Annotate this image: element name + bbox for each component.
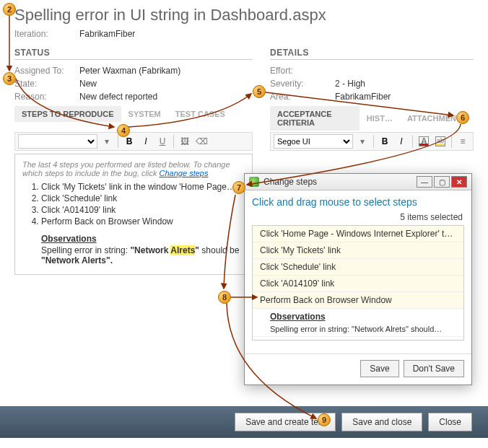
step-item: Click 'Schedule' link xyxy=(41,193,245,203)
reason-value: New defect reported xyxy=(79,92,157,102)
dont-save-button[interactable]: Don't Save xyxy=(404,360,464,377)
close-button[interactable]: Close xyxy=(428,413,472,431)
callout-9: 9 xyxy=(318,413,331,426)
details-heading: DETAILS xyxy=(267,40,488,59)
list-item[interactable]: Click 'Schedule' link xyxy=(253,259,463,276)
minimize-button[interactable]: — xyxy=(417,176,432,188)
observations-text: Spelling error in string: "Network Alret… xyxy=(41,245,245,265)
step-item: Click 'My Tickets' link in the window 'H… xyxy=(41,182,245,192)
steps-list: Click 'My Tickets' link in the window 'H… xyxy=(41,182,245,227)
severity-value: 2 - High xyxy=(335,79,365,89)
callout-2: 2 xyxy=(3,3,16,16)
underline-button[interactable]: U xyxy=(155,134,170,149)
save-and-close-button[interactable]: Save and close xyxy=(341,413,422,431)
dialog-message: Click and drag mouse to select steps xyxy=(252,196,464,208)
reason-label: Reason: xyxy=(14,92,79,102)
highlight-color-button[interactable]: ab xyxy=(433,134,448,149)
tab-acceptance[interactable]: ACCEPTANCE CRITERIA xyxy=(270,106,360,131)
change-steps-dialog: Change steps — ▢ ✕ Click and drag mouse … xyxy=(244,173,472,385)
callout-5: 5 xyxy=(253,85,266,98)
misspelling-highlight: Alrets xyxy=(170,245,195,255)
toolbar-left: ▾ B I U 🖼 ⌫ xyxy=(14,132,253,151)
state-value: New xyxy=(79,79,97,89)
steps-to-reproduce-panel: The last 4 steps you performed are liste… xyxy=(14,154,253,275)
area-label: Area: xyxy=(270,92,335,102)
list-item[interactable]: Perform Back on Browser Window xyxy=(253,292,463,309)
block-format-select[interactable] xyxy=(18,134,97,149)
app-icon xyxy=(249,177,259,187)
font-color-button[interactable]: A xyxy=(417,134,431,149)
font-select[interactable]: Segoe UI xyxy=(274,134,353,149)
iteration-value: FabrikamFiber xyxy=(79,29,135,39)
steps-intro: The last 4 steps you performed are liste… xyxy=(22,160,245,177)
bold-button[interactable]: B xyxy=(378,134,392,149)
toolbar-right: Segoe UI ▾ B I A ab ≡ xyxy=(270,132,474,151)
observations-heading: Observations xyxy=(41,234,245,244)
italic-button[interactable]: I xyxy=(394,134,409,149)
tab-test-cases[interactable]: TEST CASES xyxy=(168,106,232,122)
tab-history[interactable]: HIST… xyxy=(360,110,400,126)
chevron-down-icon[interactable]: ▾ xyxy=(100,134,114,149)
effort-label: Effort: xyxy=(270,66,335,76)
close-button[interactable]: ✕ xyxy=(451,176,467,188)
steps-selection-list[interactable]: Click 'Home Page - Windows Internet Expl… xyxy=(252,225,464,341)
state-label: State: xyxy=(14,79,79,89)
list-item[interactable]: Click 'Home Page - Windows Internet Expl… xyxy=(253,226,463,242)
step-item: Click 'A014109' link xyxy=(41,205,245,215)
page-title: Spelling error in UI string in Dashboard… xyxy=(0,0,488,27)
severity-label: Severity: xyxy=(270,79,335,89)
maximize-button[interactable]: ▢ xyxy=(434,176,450,188)
observations-heading: Observations xyxy=(253,309,463,322)
callout-3: 3 xyxy=(3,72,16,85)
tab-system[interactable]: SYSTEM xyxy=(121,106,168,122)
step-item: Perform Back on Browser Window xyxy=(41,216,245,227)
tabs-right: ACCEPTANCE CRITERIA HIST… ATTACHMENTS xyxy=(270,106,474,131)
tab-steps-reproduce[interactable]: STEPS TO REPRODUCE xyxy=(14,106,121,122)
italic-button[interactable]: I xyxy=(139,134,153,149)
callout-7: 7 xyxy=(232,181,245,194)
callout-8: 8 xyxy=(218,291,231,304)
clear-format-icon[interactable]: ⌫ xyxy=(194,134,209,149)
assigned-to-label: Assigned To: xyxy=(14,66,79,76)
selected-count: 5 items selected xyxy=(252,212,463,222)
observation-line: Spelling error in string: "Network Alret… xyxy=(253,322,463,337)
area-value: FabrikamFiber xyxy=(335,92,391,102)
action-bar: Save and create test Save and close Clos… xyxy=(0,406,488,438)
list-item[interactable]: Click 'My Tickets' link xyxy=(253,242,463,259)
change-steps-link[interactable]: Change steps xyxy=(160,169,209,177)
callout-6: 6 xyxy=(456,111,469,124)
save-button[interactable]: Save xyxy=(360,360,398,377)
chevron-down-icon[interactable]: ▾ xyxy=(355,134,370,149)
list-item[interactable]: Click 'A014109' link xyxy=(253,276,463,292)
iteration-label: Iteration: xyxy=(14,29,79,39)
status-heading: STATUS xyxy=(0,40,267,59)
dialog-title: Change steps xyxy=(263,177,412,187)
assigned-to-value: Peter Waxman (Fabrikam) xyxy=(79,66,180,76)
tabs-left: STEPS TO REPRODUCE SYSTEM TEST CASES xyxy=(14,106,253,122)
callout-4: 4 xyxy=(117,124,130,137)
image-icon[interactable]: 🖼 xyxy=(178,134,192,149)
align-left-icon[interactable]: ≡ xyxy=(456,134,470,149)
